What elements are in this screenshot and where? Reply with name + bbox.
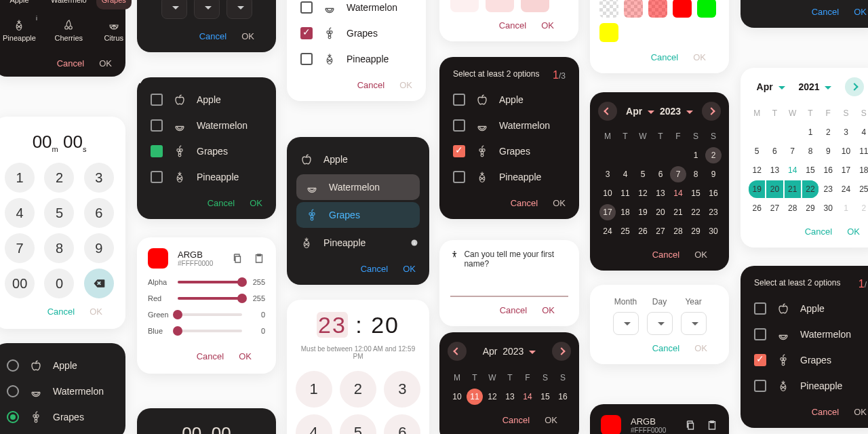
ok-button[interactable]: OK — [399, 80, 412, 90]
ok-button[interactable]: OK — [847, 226, 860, 237]
text-input[interactable] — [450, 274, 568, 297]
ok-button[interactable]: OK — [693, 52, 706, 62]
swatch-50[interactable] — [648, 0, 667, 18]
key-2[interactable]: 2 — [340, 371, 376, 408]
info-icon[interactable] — [410, 239, 418, 247]
swatch-green[interactable] — [697, 0, 716, 18]
ok-button[interactable]: OK — [403, 264, 416, 274]
ok-button[interactable]: OK — [545, 415, 557, 425]
chk-grapes[interactable]: Grapes — [137, 138, 276, 164]
item-watermelon[interactable]: Watermelon — [296, 174, 420, 200]
paste-icon[interactable] — [253, 252, 265, 264]
ok-button[interactable]: OK — [694, 250, 707, 260]
key-0[interactable]: 0 — [44, 269, 74, 298]
fruit-pineapple[interactable]: iPineapple — [0, 14, 41, 47]
copy-icon[interactable] — [231, 252, 243, 264]
key-4[interactable]: 4 — [296, 414, 332, 434]
ok-button[interactable]: OK — [239, 351, 252, 361]
key-4[interactable]: 4 — [5, 198, 35, 228]
swatch[interactable] — [486, 0, 514, 12]
swatch[interactable] — [450, 0, 479, 12]
cancel-button[interactable]: Cancel — [199, 31, 226, 41]
cancel-button[interactable]: Cancel — [500, 305, 527, 315]
cancel-button[interactable]: Cancel — [805, 226, 832, 237]
fruit-cherries[interactable]: Cherries — [45, 14, 92, 47]
next-month[interactable] — [702, 102, 721, 121]
prev-month[interactable] — [598, 102, 617, 121]
blue-slider[interactable] — [178, 330, 242, 332]
month-year[interactable]: Apr 2023 — [626, 106, 693, 117]
month-year[interactable]: Apr 2023 — [483, 346, 536, 357]
year-select[interactable] — [226, 0, 252, 19]
chk-grapes[interactable]: Grapes — [287, 20, 426, 46]
month-select[interactable] — [613, 312, 639, 335]
swatch-30[interactable] — [624, 0, 643, 18]
month-select[interactable] — [161, 0, 187, 19]
chk-grapes[interactable]: Grapes — [741, 347, 868, 373]
key-6[interactable]: 6 — [384, 414, 420, 434]
cancel-button[interactable]: Cancel — [511, 198, 538, 208]
key-1[interactable]: 1 — [5, 163, 35, 193]
ok-button[interactable]: OK — [553, 198, 566, 208]
cancel-button[interactable]: Cancel — [652, 250, 679, 260]
key-00[interactable]: 00 — [5, 269, 35, 298]
key-backspace[interactable] — [84, 269, 114, 298]
fruit-citrus[interactable]: Citrus — [96, 14, 132, 47]
chk-grapes[interactable]: Grapes — [439, 138, 579, 164]
radio-apple[interactable]: Apple — [0, 353, 125, 378]
red-slider[interactable] — [178, 297, 242, 300]
swatch-yellow[interactable] — [599, 23, 618, 42]
swatch-red[interactable] — [673, 0, 692, 18]
chk-pineapple[interactable]: Pineapple — [137, 164, 276, 190]
key-5[interactable]: 5 — [340, 414, 376, 434]
key-2[interactable]: 2 — [44, 163, 74, 193]
ok-button[interactable]: OK — [250, 198, 262, 208]
key-6[interactable]: 6 — [84, 198, 114, 228]
chk-pineapple[interactable]: Pineapple — [287, 46, 426, 72]
ok-button[interactable]: OK — [694, 343, 707, 353]
ok-button[interactable]: OK — [99, 58, 112, 68]
radio-grapes[interactable]: Grapes — [0, 404, 125, 430]
chk-apple[interactable]: Apple — [137, 87, 276, 113]
chk-pineapple[interactable]: Pineapple — [741, 373, 868, 399]
chk-apple[interactable]: Apple — [439, 87, 579, 113]
fruit-apple[interactable]: Apple — [0, 0, 41, 9]
item-apple[interactable]: Apple — [287, 146, 429, 172]
day-select[interactable] — [194, 0, 220, 19]
radio-watermelon[interactable]: Watermelon — [0, 378, 125, 404]
cancel-button[interactable]: Cancel — [499, 20, 526, 31]
key-8[interactable]: 8 — [44, 233, 74, 263]
key-3[interactable]: 3 — [84, 163, 114, 193]
day-select[interactable] — [647, 312, 673, 335]
green-slider[interactable] — [178, 313, 242, 316]
key-3[interactable]: 3 — [384, 371, 420, 408]
ok-button[interactable]: OK — [90, 307, 102, 317]
chk-watermelon[interactable]: Watermelon — [137, 113, 276, 138]
item-pineapple[interactable]: Pineapple — [287, 230, 429, 256]
cancel-button[interactable]: Cancel — [197, 351, 224, 361]
prev-month[interactable] — [448, 342, 467, 361]
year-select[interactable] — [681, 312, 707, 335]
swatch-10[interactable] — [599, 0, 618, 18]
alpha-slider[interactable] — [178, 281, 242, 283]
cancel-button[interactable]: Cancel — [57, 58, 84, 68]
year-select[interactable]: 2021 — [798, 81, 831, 92]
chk-apple[interactable]: Apple — [741, 296, 868, 321]
cancel-button[interactable]: Cancel — [812, 7, 839, 17]
cancel-button[interactable]: Cancel — [812, 407, 839, 417]
ok-button[interactable]: OK — [241, 31, 254, 41]
ok-button[interactable]: OK — [542, 305, 555, 315]
item-grapes[interactable]: Grapes — [296, 202, 420, 228]
cancel-button[interactable]: Cancel — [652, 343, 679, 353]
cancel-button[interactable]: Cancel — [361, 264, 388, 274]
cancel-button[interactable]: Cancel — [651, 52, 678, 62]
ok-button[interactable]: OK — [541, 20, 554, 31]
fruit-watermelon[interactable]: Watermelo — [45, 0, 92, 9]
key-5[interactable]: 5 — [44, 198, 74, 228]
key-9[interactable]: 9 — [84, 233, 114, 263]
chk-watermelon[interactable]: Watermelon — [287, 0, 426, 20]
paste-icon[interactable] — [706, 419, 718, 431]
next-month[interactable] — [552, 342, 571, 361]
key-7[interactable]: 7 — [5, 233, 35, 263]
chk-watermelon[interactable]: Watermelon — [439, 113, 579, 138]
